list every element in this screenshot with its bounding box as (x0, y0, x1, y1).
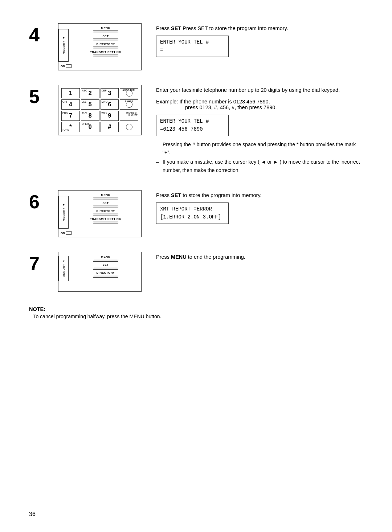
on-btn-6 (66, 231, 72, 235)
fax-panel-7: MEMORY ▲ MENU SET DIRECTORY (58, 252, 142, 292)
note-text: – To cancel programming halfway, press t… (29, 314, 363, 319)
display-line1-5: ENTER YOUR TEL # (160, 118, 209, 124)
step-5-number: 5 (29, 87, 58, 106)
menu-item-menu-7: MENU (70, 255, 141, 262)
directory-item-7: DIRECTORY (70, 271, 141, 278)
on-label-4: ON (61, 65, 65, 68)
transmit-label-6: TRANSMIT SETTING (70, 217, 141, 221)
directory-label-4: DIRECTORY (70, 42, 141, 46)
menu-btn-6 (93, 197, 118, 200)
fax-menu-7: MENU SET DIRECTORY (70, 255, 141, 278)
set-label-4: SET (70, 34, 141, 38)
set-btn-4 (93, 38, 118, 41)
directory-item-4: DIRECTORY (70, 42, 141, 49)
directory-item-6: DIRECTORY (70, 209, 141, 216)
step-7-text: Press MENU to end the programming. (156, 253, 363, 261)
set-label-7: SET (70, 263, 141, 266)
display-line1-4: ENTER YOUR TEL # (160, 39, 209, 45)
step-5-content: Enter your facsimile telephone number up… (156, 83, 363, 176)
bullet-2: If you make a mistake, use the cursor ke… (156, 158, 363, 174)
menu-item-menu-4: MENU (70, 26, 141, 33)
fax-menu-4: MENU SET DIRECTORY TRANSMIT SETTING (70, 26, 141, 57)
step-6-row: 6 MEMORY ▲ MENU SET DIRECTORY (29, 189, 363, 237)
key-star: TONE * (61, 122, 80, 132)
display-line2-4: = (160, 47, 163, 53)
display-line1-6: XMT REPORT =ERROR (160, 206, 212, 212)
transmit-item-4: TRANSMIT SETTING (70, 50, 141, 57)
key-autodial: AUTO DIAL (120, 88, 138, 98)
step-4-text: Press SET Press SET to store the program… (156, 25, 363, 33)
key-9: WXY 9 (101, 111, 119, 121)
set-item-6: SET (70, 201, 141, 208)
transmit-btn-6 (93, 221, 118, 224)
display-line2-5: =0123 456 7890 (160, 126, 203, 132)
key-6: MNO 6 (101, 99, 119, 110)
transmit-btn-4 (93, 54, 118, 57)
key-3: DEF 3 (101, 88, 119, 98)
step-4-content: Press SET Press SET to store the program… (156, 22, 363, 57)
directory-btn-6 (93, 213, 118, 216)
keypad-grid-5: 1 ABC 2 DEF 3 AUTO DIAL (61, 88, 138, 132)
step-6-number: 6 (29, 192, 58, 211)
step-6-content: Press SET to store the program into memo… (156, 189, 363, 224)
step-5-diagram: 1 ABC 2 DEF 3 AUTO DIAL (58, 85, 145, 135)
step-4-number: 4 (29, 25, 58, 44)
key-4: GHI 4 (61, 99, 80, 110)
step-6-diagram: MEMORY ▲ MENU SET DIRECTORY (58, 190, 145, 237)
fax-menu-6: MENU SET DIRECTORY TRANSMIT SETTING (70, 193, 141, 224)
step-7-diagram: MEMORY ▲ MENU SET DIRECTORY (58, 252, 145, 292)
key-1: 1 (61, 88, 80, 98)
step-7-row: 7 MEMORY ▲ MENU SET DIRECTORY (29, 250, 363, 292)
directory-btn-4 (93, 46, 118, 49)
set-btn-6 (93, 205, 118, 208)
step-5-example: Example: If the phone number is 0123 456… (156, 99, 363, 110)
menu-label-4: MENU (70, 26, 141, 30)
step-4-instruction: Press SET to store the program into memo… (183, 25, 288, 31)
menu-btn-7 (93, 259, 118, 262)
set-item-4: SET (70, 34, 141, 41)
step-4-row: 4 MEMORY ▲ MENU SET DIRECTO (29, 22, 363, 70)
set-item-7: SET (70, 263, 141, 270)
set-btn-7 (93, 267, 118, 270)
menu-btn-4 (93, 30, 118, 33)
key-circle-last (120, 122, 138, 132)
directory-label-6: DIRECTORY (70, 209, 141, 213)
set-label-6: SET (70, 201, 141, 205)
step-4-diagram: MEMORY ▲ MENU SET DIRECTORY (58, 23, 145, 70)
menu-bold-7: MENU (171, 254, 187, 260)
menu-label-6: MENU (70, 193, 141, 197)
set-bold-4: SET (171, 25, 181, 31)
key-5: JKL 5 (81, 99, 99, 110)
step-7-content: Press MENU to end the programming. (156, 250, 363, 261)
transmit-item-6: TRANSMIT SETTING (70, 217, 141, 224)
step-5-row: 5 1 ABC 2 DEF 3 (29, 83, 363, 176)
on-label-6: ON (61, 232, 65, 235)
menu-label-7: MENU (70, 255, 141, 258)
side-tab-7: MEMORY ▲ (58, 256, 69, 281)
step-5-bullets: Pressing the # button provides one space… (156, 140, 363, 175)
key-hash: # (101, 122, 119, 132)
key-handset: HANDSETMUTE ° (120, 111, 138, 121)
on-btn-4 (66, 64, 72, 68)
directory-label-7: DIRECTORY (70, 271, 141, 274)
page-number: 36 (29, 511, 36, 517)
key-0: OPER 0 (81, 122, 99, 132)
key-pause: PAUSE (120, 99, 138, 110)
display-box-4: ENTER YOUR TEL # = (156, 36, 229, 57)
menu-item-menu-6: MENU (70, 193, 141, 200)
key-2: ABC 2 (81, 88, 99, 98)
set-bold-6: SET (171, 192, 181, 198)
memory-label-6: MEMORY ▲ (62, 204, 65, 221)
step-6-text: Press SET to store the program into memo… (156, 192, 363, 200)
fax-panel-4: MEMORY ▲ MENU SET DIRECTORY (58, 23, 142, 70)
transmit-label-4: TRANSMIT SETTING (70, 50, 141, 54)
note-section: NOTE: – To cancel programming halfway, p… (29, 306, 363, 319)
memory-label-4: MEMORY ▲ (62, 37, 65, 54)
note-title: NOTE: (29, 306, 363, 312)
side-tab-4: MEMORY ▲ (58, 29, 69, 62)
step-5-text: Enter your facsimile telephone number up… (156, 86, 363, 94)
key-7: PRS 7 (61, 111, 80, 121)
directory-btn-7 (93, 275, 118, 278)
display-line2-6: [1.ERROR 2.ON 3.OFF] (160, 214, 221, 220)
keypad-panel-5: 1 ABC 2 DEF 3 AUTO DIAL (58, 85, 142, 135)
